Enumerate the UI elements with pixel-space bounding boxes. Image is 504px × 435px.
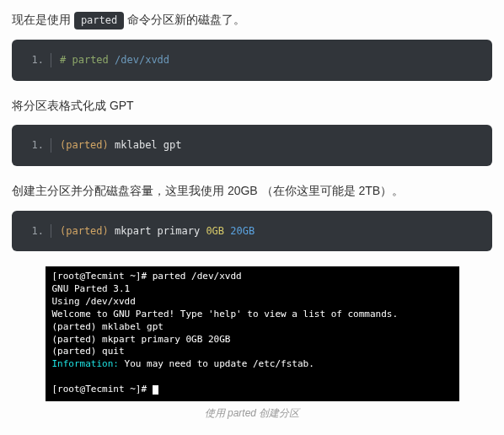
code-content: (parted) mklabel gpt <box>60 138 182 153</box>
token-command: mkpart primary <box>109 225 206 237</box>
term-line-7: (parted) quit <box>52 346 125 357</box>
terminal-screenshot: [root@Tecmint ~]# parted /dev/xvdd GNU P… <box>46 266 459 400</box>
paragraph-intro: 现在是使用 parted 命令分区新的磁盘了。 <box>12 10 492 30</box>
token-size1: 0GB <box>206 225 224 237</box>
term-line-1: [root@Tecmint ~]# parted /dev/xvdd <box>52 271 242 282</box>
term-info-label: Information: <box>52 358 125 369</box>
code-line: 1. # parted /dev/xvdd <box>22 53 482 67</box>
inline-code-parted: parted <box>74 12 124 30</box>
code-line: 1. (parted) mklabel gpt <box>22 138 482 153</box>
token-size2: 20GB <box>230 225 255 237</box>
token-text: parted <box>66 54 115 66</box>
cursor-icon <box>153 385 158 395</box>
line-number: 1. <box>22 224 51 239</box>
code-content: # parted /dev/xvdd <box>60 53 169 67</box>
code-line: 1. (parted) mkpart primary 0GB 20GB <box>22 224 482 239</box>
token-path: /dev/xvdd <box>115 54 169 66</box>
text: 命令分区新的磁盘了。 <box>127 13 245 26</box>
term-line-3: Using /dev/xvdd <box>52 296 136 307</box>
code-block-2: 1. (parted) mklabel gpt <box>12 125 492 166</box>
paragraph-primary: 创建主分区并分配磁盘容量，这里我使用 20GB （在你这里可能是 2TB）。 <box>12 181 492 200</box>
line-number: 1. <box>22 53 51 67</box>
paragraph-gpt: 将分区表格式化成 GPT <box>12 96 492 115</box>
term-line-4: Welcome to GNU Parted! Type 'help' to vi… <box>52 309 399 320</box>
term-line-6: (parted) mkpart primary 0GB 20GB <box>52 334 231 345</box>
code-content: (parted) mkpart primary 0GB 20GB <box>60 224 255 239</box>
token-prompt: (parted) <box>60 139 109 151</box>
term-line-2: GNU Parted 3.1 <box>52 283 131 294</box>
term-info-text: You may need to update /etc/fstab. <box>125 358 314 369</box>
token-command: mklabel gpt <box>109 139 182 151</box>
image-caption: 使用 parted 创建分区 <box>12 406 492 421</box>
text: 现在是使用 <box>12 13 74 26</box>
token-prompt: (parted) <box>60 225 109 237</box>
code-block-3: 1. (parted) mkpart primary 0GB 20GB <box>12 211 492 252</box>
term-line-5: (parted) mklabel gpt <box>52 321 164 332</box>
line-number: 1. <box>22 138 51 153</box>
term-line-9: [root@Tecmint ~]# <box>52 384 153 395</box>
code-block-1: 1. # parted /dev/xvdd <box>12 40 492 81</box>
